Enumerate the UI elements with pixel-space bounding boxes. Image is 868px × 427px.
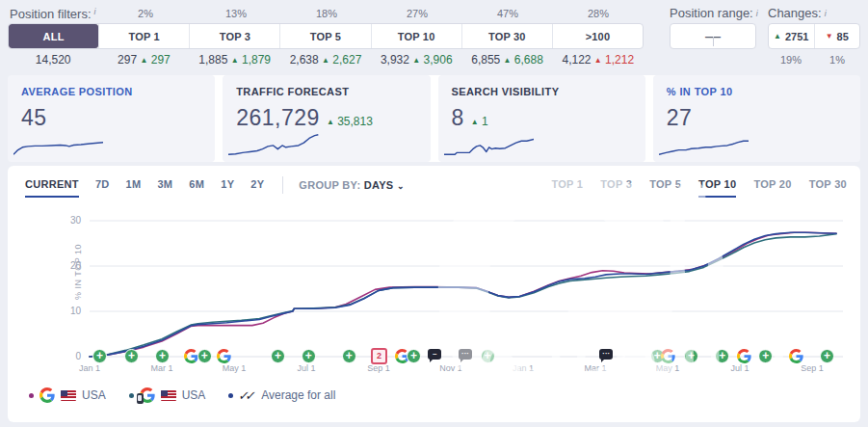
toolbar-divider (282, 176, 283, 194)
top-tab-top10[interactable]: TOP 10 (698, 178, 736, 198)
changes-down-value: 85 (837, 31, 849, 42)
info-icon[interactable]: i (756, 9, 758, 18)
metric-card-average-position[interactable]: AVERAGE POSITION45 (8, 75, 215, 162)
add-event-icon[interactable]: + (124, 349, 139, 363)
svg-text:Nov 1: Nov 1 (439, 363, 462, 373)
legend-dot (228, 393, 233, 398)
google-update-icon[interactable] (184, 349, 198, 363)
top-tab-top30[interactable]: TOP 30 (809, 178, 847, 198)
svg-text:0: 0 (75, 351, 81, 361)
changes-label: Changes:i (768, 4, 860, 23)
add-event-icon[interactable]: + (197, 349, 212, 363)
changes-control: Changes:i ▲ 2751 ▼ 85 19% 1% (768, 4, 860, 70)
series-line-usa-desktop (90, 232, 836, 357)
metric-card-search-visibility[interactable]: SEARCH VISIBILITY8▲ 1 (438, 75, 645, 162)
period-tab-6m[interactable]: 6M (189, 178, 204, 198)
filter-tab-top1[interactable]: TOP 1 (98, 24, 189, 48)
top-tab-top1[interactable]: TOP 1 (551, 178, 583, 198)
period-tab-2y[interactable]: 2Y (250, 178, 264, 198)
add-event-icon[interactable]: + (92, 349, 107, 363)
chart-toolbar: CURRENT7D1M3M6M1Y2Y GROUP BY: DAYS ⌄ TOP… (25, 175, 847, 200)
period-tab-1m[interactable]: 1M (126, 178, 142, 198)
up-arrow-icon: ▲ (774, 32, 781, 40)
position-range-control: Position range:i — (670, 4, 756, 49)
filter-count: 4,122 ▲ 1,212 (553, 53, 644, 67)
card-delta: ▲ 35,813 (327, 115, 373, 128)
group-by-label: GROUP BY: (299, 179, 360, 191)
changes-down-cell[interactable]: ▼ 85 (814, 24, 860, 48)
top-tab-top5[interactable]: TOP 5 (649, 178, 681, 198)
google-icon (39, 387, 55, 403)
add-event-icon[interactable]: + (302, 349, 316, 363)
filter-tab-top10[interactable]: TOP 10 (371, 24, 461, 48)
svg-text:Jul 1: Jul 1 (730, 363, 749, 373)
filter-tab-top3[interactable]: TOP 3 (189, 24, 279, 48)
add-event-icon[interactable]: + (820, 349, 834, 363)
add-event-icon[interactable]: + (684, 349, 698, 363)
add-event-icon[interactable]: + (481, 349, 495, 363)
period-tab-7d[interactable]: 7D (95, 178, 110, 198)
note-bubble-icon[interactable]: ··· (599, 349, 613, 360)
legend-label: USA (82, 388, 106, 402)
group-by-dropdown[interactable]: GROUP BY: DAYS ⌄ (299, 179, 404, 197)
card-sparkline (13, 131, 103, 158)
legend-item-average-for-all[interactable]: ✓✓Average for all (228, 388, 335, 403)
legend-label: USA (182, 388, 206, 402)
changes-down-percent: 1% (814, 54, 860, 66)
card-title: AVERAGE POSITION (21, 86, 201, 97)
card-sparkline (659, 131, 749, 158)
add-event-icon[interactable]: + (715, 349, 729, 363)
range-divider (713, 37, 714, 46)
filter-percent: 28% (553, 8, 644, 19)
filter-tab-100[interactable]: >100 (552, 24, 643, 48)
top-tab-top3[interactable]: TOP 3 (600, 178, 632, 198)
google-update-icon[interactable] (217, 349, 231, 363)
svg-text:Mar 1: Mar 1 (150, 363, 172, 373)
position-filters-title: Position filters:i (8, 7, 100, 21)
filter-tab-top5[interactable]: TOP 5 (279, 24, 370, 48)
filter-percent-row: Position filters:i2%13%18%27%47%28% (8, 4, 644, 23)
series-line-usa-mobile (90, 234, 836, 357)
card-delta: ▲ 1 (471, 115, 488, 128)
add-event-icon[interactable]: + (758, 349, 773, 363)
note-bubble-icon[interactable]: – (428, 349, 441, 360)
add-event-icon[interactable]: + (407, 349, 421, 363)
svg-text:Jan 1: Jan 1 (513, 363, 534, 373)
google-update-icon[interactable] (661, 349, 675, 363)
google-update-icon[interactable] (789, 349, 803, 363)
info-icon[interactable]: i (825, 9, 827, 18)
add-event-icon[interactable]: + (271, 349, 285, 363)
filter-count: 297 ▲ 297 (98, 53, 189, 67)
filter-percent: 13% (191, 8, 281, 19)
filter-count: 2,638 ▲ 2,627 (280, 53, 371, 67)
changes-box: ▲ 2751 ▼ 85 (768, 23, 860, 49)
legend-item-usa[interactable]: USA (129, 387, 206, 403)
pages-note-icon[interactable]: 2 (371, 348, 387, 364)
usa-flag-icon (61, 390, 76, 401)
card-sparkline (444, 131, 534, 158)
period-tab-3m[interactable]: 3M (157, 178, 172, 198)
position-range-input[interactable]: — (670, 23, 756, 49)
filter-tab-top30[interactable]: TOP 30 (461, 24, 552, 48)
info-icon[interactable]: i (94, 7, 96, 16)
period-tab-current[interactable]: CURRENT (25, 178, 79, 198)
svg-text:Mar 1: Mar 1 (584, 363, 606, 373)
legend-item-usa[interactable]: USA (29, 387, 106, 403)
card-value: 8 (452, 105, 464, 131)
changes-up-cell[interactable]: ▲ 2751 (769, 24, 814, 48)
svg-text:Sep 1: Sep 1 (801, 363, 824, 373)
metric-card--in-top-10[interactable]: % IN TOP 1027 (653, 75, 860, 162)
card-title: SEARCH VISIBILITY (452, 86, 632, 97)
changes-percents: 19% 1% (768, 49, 860, 70)
filter-tab-all[interactable]: ALL (9, 24, 98, 48)
google-update-icon[interactable] (737, 349, 751, 363)
add-event-icon[interactable]: + (342, 349, 356, 363)
metric-card-traffic-forecast[interactable]: TRAFFIC FORECAST261,729▲ 35,813 (223, 75, 430, 162)
double-check-icon: ✓✓ (238, 388, 254, 403)
note-bubble-icon[interactable]: ··· (459, 349, 472, 360)
top-tab-top20[interactable]: TOP 20 (753, 178, 791, 198)
add-event-icon[interactable]: + (155, 349, 170, 363)
filter-percent: 27% (372, 8, 462, 19)
group-by-value: DAYS (364, 179, 394, 191)
period-tab-1y[interactable]: 1Y (221, 178, 234, 198)
